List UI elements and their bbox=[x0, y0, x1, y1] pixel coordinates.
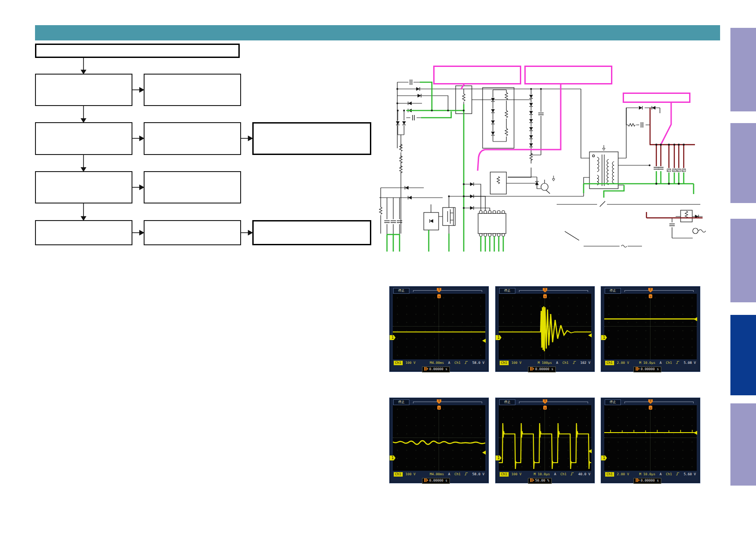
trigger-level-marker: u bbox=[437, 406, 441, 410]
acquire-mode: A bbox=[448, 472, 450, 476]
schematic-maroon-wires bbox=[646, 108, 703, 218]
vertical-scale: 100 V bbox=[511, 361, 522, 365]
trigger-source: Ch1 bbox=[666, 361, 672, 365]
trigger-position-chip: 0.00000 s bbox=[633, 367, 661, 372]
waveform-flat-high bbox=[604, 294, 697, 359]
run-state-badge: 停止 bbox=[605, 288, 621, 294]
scope-capture-2: 停止 T u 1 Ch1 100 V M 100µs A Ch1 102 V bbox=[495, 286, 595, 372]
scope-capture-1: 停止 T u 1 Ch1 100 V M4.00ms A Ch1 58.0 V bbox=[389, 286, 489, 372]
acquire-mode: A bbox=[554, 472, 556, 476]
scope-capture-5: 停止 T u 1 Ch1 100 V M 10.0µs A Ch1 40.0 V bbox=[495, 398, 595, 483]
trigger-level-marker: u bbox=[543, 406, 547, 410]
timebase: M 10.0µs bbox=[639, 472, 655, 476]
run-state-badge: 停止 bbox=[499, 288, 515, 294]
trigger-level: 40.0 V bbox=[578, 472, 590, 476]
acquisition-bar bbox=[413, 402, 482, 403]
service-manual-page: 停止 T u 1 Ch1 100 V M4.00ms A Ch1 58.0 V bbox=[0, 0, 756, 535]
trigger-position: 0.00000 s bbox=[429, 478, 448, 482]
waveform-square bbox=[499, 405, 591, 471]
power-supply-schematic bbox=[366, 63, 709, 256]
trigger-level-marker: u bbox=[543, 294, 547, 298]
trigger-position-chip: 0.00000 s bbox=[633, 478, 661, 484]
trigger-level: 58.0 V bbox=[472, 361, 484, 365]
sidebar-tab-5[interactable] bbox=[730, 403, 756, 486]
timebase: M4.00ms bbox=[430, 472, 444, 476]
scope-status-bar: Ch1 100 V M4.00ms A Ch1 58.0 V bbox=[393, 472, 485, 477]
trigger-position-chip: 0.00000 s bbox=[422, 478, 450, 484]
waveform-wavy bbox=[393, 405, 485, 471]
trigger-source: Ch1 bbox=[454, 472, 461, 476]
trigger-position: 0.00000 s bbox=[535, 367, 554, 371]
sidebar-tab-4-active[interactable] bbox=[730, 315, 756, 395]
graticule: 1 bbox=[604, 405, 697, 471]
trigger-position: 0.00000 s bbox=[641, 478, 659, 482]
trigger-source: Ch1 bbox=[454, 361, 461, 365]
waveform-flat-ticks bbox=[604, 405, 697, 471]
scope-capture-6: 停止 T u 1 Ch1 2.00 V M 10.0µs A Ch1 5.60 … bbox=[601, 398, 700, 483]
acquisition-bar bbox=[624, 290, 694, 292]
rising-edge-icon bbox=[465, 472, 468, 476]
acquire-mode: A bbox=[659, 361, 662, 365]
acquisition-bar bbox=[413, 290, 482, 292]
pause-arrow-icon bbox=[424, 478, 428, 482]
trigger-level: 102 V bbox=[580, 361, 590, 365]
channel-badge: Ch1 bbox=[394, 361, 403, 365]
acquire-mode: A bbox=[556, 361, 558, 365]
trigger-level-marker: u bbox=[649, 294, 652, 298]
timebase: M 10.0µs bbox=[534, 472, 550, 476]
vertical-scale: 2.00 V bbox=[617, 472, 629, 476]
sidebar-tab-3[interactable] bbox=[730, 219, 756, 302]
flowchart-arrows bbox=[0, 0, 386, 261]
scope-status-bar: Ch1 2.00 V M 10.0µs A Ch1 5.60 V bbox=[604, 472, 697, 477]
rising-edge-icon bbox=[676, 472, 679, 476]
timebase: M 100µs bbox=[538, 361, 552, 365]
acquire-mode: A bbox=[659, 472, 662, 476]
rising-edge-icon bbox=[573, 361, 576, 364]
pause-arrow-icon bbox=[424, 367, 428, 371]
waveform-burst bbox=[499, 294, 591, 359]
channel-badge: Ch1 bbox=[500, 472, 509, 477]
callout-box-2 bbox=[524, 66, 612, 84]
pause-arrow-icon bbox=[636, 367, 640, 371]
vertical-scale: 100 V bbox=[405, 472, 416, 476]
rising-edge-icon bbox=[465, 361, 468, 364]
waveform-flat bbox=[393, 294, 485, 359]
graticule: 1 bbox=[604, 294, 697, 359]
scope-status-bar: Ch1 2.00 V M 10.0µs A Ch1 5.08 V bbox=[604, 360, 697, 366]
acquisition-bar bbox=[624, 402, 694, 403]
trigger-position-chip: 0.00000 s bbox=[528, 367, 556, 372]
channel-badge: Ch1 bbox=[605, 472, 614, 477]
sidebar-tab-1[interactable] bbox=[730, 28, 756, 111]
trigger-level: 5.60 V bbox=[684, 472, 696, 476]
pause-arrow-icon bbox=[530, 478, 534, 482]
pause-arrow-icon bbox=[530, 367, 534, 371]
acquisition-bar bbox=[519, 290, 588, 292]
scope-capture-3: 停止 T u 1 Ch1 2.00 V M 10.0µs A Ch1 5.08 … bbox=[601, 286, 700, 372]
scope-status-bar: Ch1 100 V M4.00ms A Ch1 58.0 V bbox=[393, 360, 485, 366]
scope-capture-4: 停止 T u 1 Ch1 100 V M4.00ms A Ch1 58.0 V bbox=[389, 398, 489, 483]
trigger-level: 5.08 V bbox=[684, 361, 696, 365]
callout-box-1 bbox=[433, 66, 521, 84]
rising-edge-icon bbox=[676, 361, 679, 364]
acquire-mode: A bbox=[448, 361, 450, 365]
trigger-level-marker: u bbox=[437, 294, 441, 298]
callout-box-3 bbox=[623, 93, 690, 103]
trigger-position: 0.00000 s bbox=[429, 367, 448, 371]
trigger-source: Ch1 bbox=[666, 472, 672, 476]
run-state-badge: 停止 bbox=[393, 288, 409, 294]
trigger-level: 58.0 V bbox=[472, 472, 484, 476]
graticule: 1 bbox=[393, 405, 485, 471]
channel-badge: Ch1 bbox=[500, 361, 509, 365]
trigger-source: Ch1 bbox=[560, 472, 567, 476]
trigger-position: 50.00 % bbox=[535, 478, 549, 482]
graticule: 1 bbox=[393, 294, 485, 359]
run-state-badge: 停止 bbox=[499, 399, 515, 405]
trigger-position: 0.00000 s bbox=[641, 367, 659, 371]
channel-badge: Ch1 bbox=[394, 472, 403, 477]
pause-arrow-icon bbox=[636, 478, 640, 482]
sidebar-tab-2[interactable] bbox=[730, 123, 756, 203]
trigger-source: Ch1 bbox=[563, 361, 569, 365]
rising-edge-icon bbox=[571, 472, 574, 476]
trigger-position-chip: 0.00000 s bbox=[422, 367, 450, 372]
vertical-scale: 100 V bbox=[511, 472, 522, 476]
